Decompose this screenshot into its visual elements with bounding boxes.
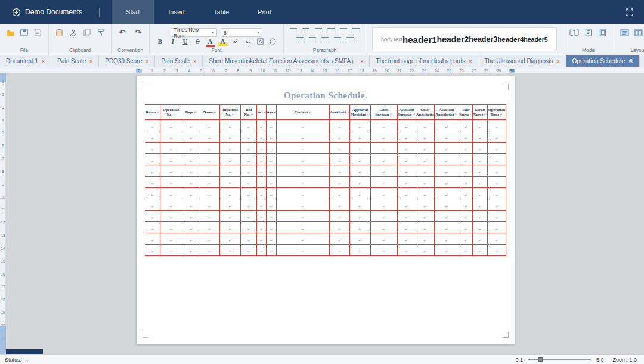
- underline-button[interactable]: U: [181, 37, 190, 46]
- table-cell[interactable]: ↵: [160, 222, 182, 233]
- table-cell[interactable]: ↵: [330, 222, 349, 233]
- table-cell[interactable]: ↵: [416, 199, 434, 211]
- table-cell[interactable]: ↵: [459, 131, 473, 143]
- table-cell[interactable]: ↵: [257, 143, 267, 154]
- table-cell[interactable]: ↵: [397, 143, 416, 154]
- undo-icon[interactable]: ↶: [118, 28, 127, 37]
- table-cell[interactable]: ↵: [397, 154, 416, 165]
- strikethrough-button[interactable]: S: [193, 37, 202, 46]
- table-cell[interactable]: ↵: [349, 211, 370, 222]
- table-cell[interactable]: ↵: [257, 199, 267, 211]
- table-cell[interactable]: ↵: [330, 245, 349, 256]
- table-header-cell[interactable]: Chief Anesthetist↵: [416, 105, 434, 120]
- table-cell[interactable]: ↵: [182, 154, 200, 165]
- table-header-cell[interactable]: Dept↵: [182, 105, 200, 120]
- table-cell[interactable]: ↵: [267, 143, 276, 154]
- edit-mode-icon[interactable]: [584, 28, 593, 37]
- table-cell[interactable]: ↵: [473, 131, 488, 143]
- table-cell[interactable]: ↵: [267, 177, 276, 188]
- table-cell[interactable]: ↵: [434, 120, 459, 131]
- style-header5[interactable]: header5: [524, 36, 547, 43]
- document-page[interactable]: Operation Schedule. Room↵Operation No.↵D…: [136, 76, 515, 344]
- table-cell[interactable]: ↵: [473, 199, 488, 211]
- table-cell[interactable]: ↵: [459, 222, 473, 233]
- table-cell[interactable]: ↵: [267, 188, 276, 199]
- table-cell[interactable]: ↵: [257, 233, 267, 245]
- table-cell[interactable]: ↵: [416, 120, 434, 131]
- table-cell[interactable]: ↵: [241, 131, 257, 143]
- copy-icon[interactable]: [82, 28, 91, 37]
- close-icon[interactable]: ×: [42, 58, 45, 64]
- table-cell[interactable]: ↵: [487, 120, 506, 131]
- table-cell[interactable]: ↵: [145, 154, 160, 165]
- table-cell[interactable]: ↵: [200, 188, 219, 199]
- table-cell[interactable]: ↵: [145, 199, 160, 211]
- table-cell[interactable]: ↵: [473, 154, 488, 165]
- table-cell[interactable]: ↵: [276, 245, 330, 256]
- superscript-button[interactable]: x²: [231, 37, 240, 46]
- table-cell[interactable]: ↵: [241, 245, 257, 256]
- table-header-cell[interactable]: Assistant Anesthetist↵: [434, 105, 459, 120]
- table-cell[interactable]: ↵: [241, 233, 257, 245]
- table-cell[interactable]: ↵: [397, 131, 416, 143]
- close-icon[interactable]: ×: [145, 58, 148, 64]
- save-icon[interactable]: [20, 28, 29, 37]
- table-cell[interactable]: ↵: [416, 211, 434, 222]
- style-header4[interactable]: header4: [497, 36, 524, 43]
- align-left-icon[interactable]: [290, 28, 297, 33]
- zoom-slider[interactable]: [528, 357, 591, 363]
- table-cell[interactable]: ↵: [397, 211, 416, 222]
- table-cell[interactable]: ↵: [473, 165, 488, 177]
- table-cell[interactable]: ↵: [276, 211, 330, 222]
- zoom-slider-handle[interactable]: [538, 357, 543, 362]
- table-cell[interactable]: ↵: [349, 222, 370, 233]
- table-header-cell[interactable]: Name↵: [200, 105, 219, 120]
- table-header-cell[interactable]: Anesthetic↵: [330, 105, 349, 120]
- table-cell[interactable]: ↵: [276, 222, 330, 233]
- table-cell[interactable]: ↵: [241, 143, 257, 154]
- table-cell[interactable]: ↵: [330, 233, 349, 245]
- table-cell[interactable]: ↵: [182, 165, 200, 177]
- table-cell[interactable]: ↵: [257, 131, 267, 143]
- table-cell[interactable]: ↵: [459, 120, 473, 131]
- table-cell[interactable]: ↵: [434, 233, 459, 245]
- table-cell[interactable]: ↵: [473, 245, 488, 256]
- table-cell[interactable]: ↵: [276, 199, 330, 211]
- table-cell[interactable]: ↵: [416, 165, 434, 177]
- table-cell[interactable]: ↵: [182, 188, 200, 199]
- table-cell[interactable]: ↵: [434, 211, 459, 222]
- table-cell[interactable]: ↵: [267, 233, 276, 245]
- shading-icon[interactable]: [334, 37, 341, 42]
- table-cell[interactable]: ↵: [370, 154, 397, 165]
- table-cell[interactable]: ↵: [349, 120, 370, 131]
- close-icon[interactable]: ⊗: [628, 58, 633, 64]
- table-cell[interactable]: ↵: [276, 177, 330, 188]
- table-cell[interactable]: ↵: [459, 245, 473, 256]
- table-cell[interactable]: ↵: [160, 245, 182, 256]
- table-cell[interactable]: ↵: [487, 222, 506, 233]
- table-cell[interactable]: ↵: [370, 199, 397, 211]
- table-cell[interactable]: ↵: [160, 177, 182, 188]
- table-cell[interactable]: ↵: [349, 143, 370, 154]
- table-cell[interactable]: ↵: [160, 143, 182, 154]
- table-cell[interactable]: ↵: [434, 143, 459, 154]
- table-cell[interactable]: ↵: [349, 131, 370, 143]
- table-cell[interactable]: ↵: [276, 165, 330, 177]
- table-cell[interactable]: ↵: [276, 131, 330, 143]
- horizontal-scrollbar-thumb[interactable]: [6, 349, 43, 354]
- table-cell[interactable]: ↵: [370, 222, 397, 233]
- table-cell[interactable]: ↵: [182, 131, 200, 143]
- table-header-cell[interactable]: Assistant Surgeon↵: [397, 105, 416, 120]
- menu-tab-print[interactable]: Print: [243, 0, 286, 24]
- table-cell[interactable]: ↵: [370, 120, 397, 131]
- table-cell[interactable]: ↵: [219, 131, 240, 143]
- table-cell[interactable]: ↵: [219, 177, 240, 188]
- vertical-ruler[interactable]: 123456789101112131415161718192021: [0, 73, 6, 354]
- table-cell[interactable]: ↵: [145, 120, 160, 131]
- table-cell[interactable]: ↵: [349, 233, 370, 245]
- table-cell[interactable]: ↵: [459, 199, 473, 211]
- menu-tab-insert[interactable]: Insert: [154, 0, 199, 24]
- numbered-list-icon[interactable]: [340, 28, 347, 33]
- table-cell[interactable]: ↵: [219, 143, 240, 154]
- table-header-cell[interactable]: Room↵: [145, 105, 160, 120]
